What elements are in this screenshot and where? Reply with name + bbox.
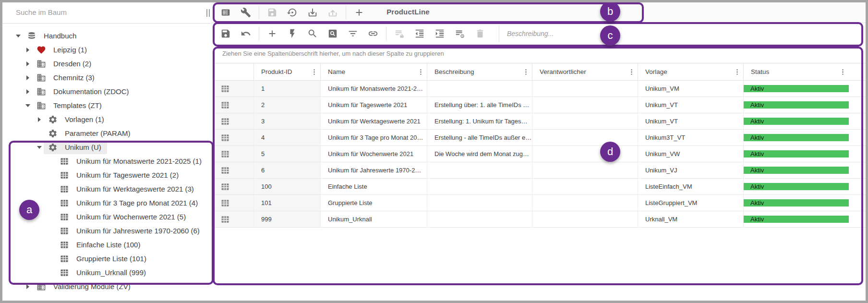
table-row[interactable]: 3Unikum für Werktageswerte 2021Erstellun… [215,113,866,130]
tree-item[interactable]: Unikum für Jahreswerte 1970-2060 (6) [2,224,211,238]
table-row[interactable]: 6Unikum für Jahreswerte 1970-2…Unikum_VJ… [215,162,866,179]
column-menu-icon[interactable] [627,68,636,76]
tree-item[interactable]: Unikum für Monatswerte 2021-2025 (1) [2,154,211,168]
table-row[interactable]: 4Unikum für 3 Tage pro Monat 20…Erstellu… [215,130,866,146]
tree-item[interactable]: Unikum (U) [2,140,211,154]
row-open-cell[interactable] [215,113,253,129]
row-open-cell[interactable] [215,195,253,211]
column-menu-icon[interactable] [310,68,318,76]
tree-item[interactable]: Unikum für Tageswerte 2021 (2) [2,168,211,182]
tree-item-label: Parameter (PARAM) [65,129,130,137]
filter-button[interactable] [343,25,363,42]
link-button[interactable] [363,25,383,42]
add-row-button[interactable] [262,25,282,42]
tree-item-label: Unikum für 3 Tage pro Monat 2021 (4) [76,199,198,207]
row-open-cell[interactable] [215,97,253,113]
tree-item[interactable]: Validierung Module (ZV) [2,279,211,293]
column-menu-icon[interactable] [839,68,847,76]
settings-wrench-button[interactable] [236,4,256,21]
tab-productline[interactable]: ProductLine [374,2,442,23]
tree-item[interactable]: Handbuch [2,29,211,43]
column-menu-icon[interactable] [417,68,425,76]
save-row-button[interactable] [216,25,236,42]
row-open-cell[interactable] [215,81,253,97]
tree-expander-icon[interactable] [24,104,32,107]
restore-button[interactable] [282,4,302,21]
delete-row-button [470,25,490,42]
row-open-cell[interactable] [215,211,253,227]
column-menu-icon[interactable] [733,68,741,76]
save-icon [267,7,277,18]
tree-item[interactable]: Einfache Liste (100) [2,238,211,252]
row-open-cell[interactable] [215,162,253,178]
table-row[interactable]: 1Unikum für Monatswerte 2021-2…Unikum_VM… [215,81,866,97]
tree-item[interactable]: Dokumentation (ZDOC) [2,85,211,98]
tree-expander-icon[interactable] [35,146,44,149]
tree-expander-icon[interactable] [24,48,32,52]
table-icon [220,215,230,224]
tree-item[interactable]: Unikum für Werktageswerte 2021 (3) [2,182,211,196]
table-row[interactable]: 2Unikum für Tageswerte 2021Erstellung üb… [215,97,866,113]
tree-item[interactable]: Leipzig (1) [2,43,211,57]
app-window: HandbuchLeipzig (1)Dresden (2)Chemnitz (… [0,0,868,303]
tree-item[interactable]: Chemnitz (3) [2,71,211,85]
annotation-circle-d: d [600,142,620,162]
column-header-verantwortlicher[interactable]: Verantwortlicher [532,63,638,80]
column-header-status[interactable]: Status [743,63,849,80]
cell-name: Unikum für Jahreswerte 1970-2… [320,162,427,178]
table-row[interactable]: 100Einfache ListeListeEinfach_VMAktiv [215,179,866,195]
tree-item[interactable]: Dresden (2) [2,57,211,71]
tree-expander-icon[interactable] [24,89,32,94]
detail-panel-button[interactable] [216,4,236,21]
tree-search-input[interactable] [2,2,193,22]
cell-verantwortlicher [532,113,638,129]
tree-item[interactable]: Unikum_Urknall (999) [2,266,211,279]
row-open-cell[interactable] [215,179,253,194]
tree-expander-icon[interactable] [24,284,32,289]
tree-item[interactable]: Templates (ZT) [2,98,211,112]
cell-text: Einfache Liste [328,183,367,190]
flash-button[interactable] [282,25,302,42]
tree-expander-icon[interactable] [24,75,32,80]
restore-icon [287,7,298,18]
move-in-button[interactable] [430,25,450,42]
column-menu-icon[interactable] [522,68,530,76]
cell-text: Unikum für Wochenwerte 2021 [328,150,413,158]
table-row[interactable]: 5Unikum für Wochenwerte 2021Die Woche wi… [215,146,866,162]
cell-name: Unikum_Urknall [320,211,427,227]
import-button[interactable] [302,4,323,21]
description-input[interactable] [499,29,866,38]
column-header-id[interactable]: Produkt-ID [253,63,320,80]
column-header-beschreibung[interactable]: Beschreibung [427,63,532,80]
cell-verantwortlicher [532,179,638,194]
tree-item[interactable]: Vorlagen (1) [2,112,211,126]
row-open-cell[interactable] [215,146,253,162]
column-header-name[interactable]: Name [320,63,427,80]
database-icon [26,31,37,41]
cell-text: 3 [261,118,265,125]
tree-expander-icon[interactable] [24,61,32,66]
add-tab-button[interactable] [349,4,369,21]
splitter-handle[interactable] [206,9,210,17]
advanced-search-button[interactable] [323,25,343,42]
cell-beschreibung [427,195,532,211]
column-header-vorlage[interactable]: Vorlage [638,63,743,80]
row-history-button[interactable] [450,25,470,42]
table-icon [220,84,230,94]
tree-expander-icon[interactable] [35,117,44,122]
search-button[interactable] [302,25,323,42]
status-badge: Aktiv [744,85,849,92]
undo-button[interactable] [236,25,256,42]
move-out-button[interactable] [410,25,430,42]
tree-item-label: Chemnitz (3) [53,73,95,82]
table-row[interactable]: 101Gruppierte ListeListeGruppiert_VMAkti… [215,195,866,211]
tree-item[interactable]: Parameter (PARAM) [2,126,211,140]
status-badge: Aktiv [744,167,849,174]
gear-icon [48,142,58,153]
table-row[interactable]: 999Unikum_UrknallUrknall_VMAktiv [215,211,866,228]
tree-expander-icon[interactable] [14,35,23,37]
save-button [262,4,282,21]
tree-item[interactable]: Gruppierte Liste (101) [2,252,211,266]
main-area: ProductLine Ziehen Sie eine Spaltenübers… [211,2,866,301]
row-open-cell[interactable] [215,130,253,145]
